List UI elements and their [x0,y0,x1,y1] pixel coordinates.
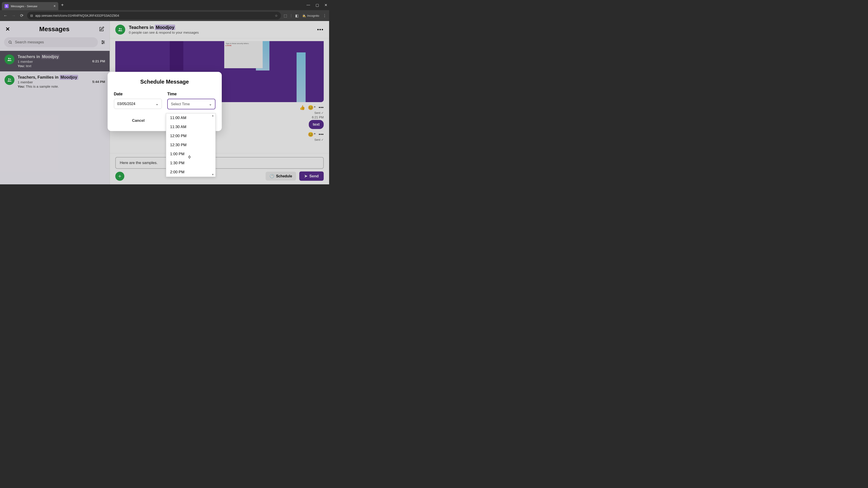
window-controls: — ▢ ✕ [307,3,327,7]
browser-tab[interactable]: S Messages - Seesaw × [2,2,58,10]
tab-close-icon[interactable]: × [54,4,56,8]
time-dropdown: ▲ 11:00 AM 11:30 AM 12:00 PM 12:30 PM 1:… [166,113,216,177]
url-text: app.seesaw.me/c/conv.01HR4FNQSKJRF4332PS… [35,14,119,18]
tab-title: Messages - Seesaw [11,4,51,8]
modal-overlay[interactable]: Schedule Message Date 03/05/2024 ⌄ Time … [0,21,329,184]
forward-button[interactable]: → [11,13,16,18]
time-option[interactable]: 11:00 AM [166,113,215,123]
extensions-icon[interactable]: ⬚ [284,13,287,18]
time-option[interactable]: 2:00 PM [166,168,215,177]
time-option[interactable]: 12:00 PM [166,131,215,140]
incognito-indicator[interactable]: 🕵 Incognito [302,14,319,18]
address-bar[interactable]: ⊟ app.seesaw.me/c/conv.01HR4FNQSKJRF4332… [27,12,281,20]
time-select[interactable]: Select Time ⌄ [167,99,215,109]
sidepanel-icon[interactable]: ◧ [295,13,299,18]
browser-menu-icon[interactable]: ⋮ [323,13,327,18]
minimize-icon[interactable]: — [307,3,310,7]
schedule-message-modal: Schedule Message Date 03/05/2024 ⌄ Time … [107,72,222,131]
date-select[interactable]: 03/05/2024 ⌄ [114,99,162,109]
bookmark-icon[interactable]: ☆ [275,14,278,18]
time-label: Time [167,92,215,96]
browser-toolbar: ← → ⟳ ⊟ app.seesaw.me/c/conv.01HR4FNQSKJ… [0,10,329,21]
reload-button[interactable]: ⟳ [19,13,24,18]
cancel-button[interactable]: Cancel [114,116,163,126]
maximize-icon[interactable]: ▢ [315,3,319,7]
date-label: Date [114,92,162,96]
seesaw-favicon: S [4,4,8,8]
modal-title: Schedule Message [114,78,215,85]
back-button[interactable]: ← [3,13,8,18]
site-settings-icon[interactable]: ⊟ [30,14,33,18]
browser-tab-bar: S Messages - Seesaw × + — ▢ ✕ [0,0,329,10]
new-tab-button[interactable]: + [61,2,64,8]
time-option[interactable]: 11:30 AM [166,123,215,131]
time-option[interactable]: 1:30 PM [166,159,215,168]
time-option[interactable]: 1:00 PM [166,150,215,159]
scroll-up-arrow[interactable]: ▲ [212,114,214,117]
time-option[interactable]: 12:30 PM [166,140,215,150]
chevron-down-icon: ⌄ [209,102,212,106]
chevron-down-icon: ⌄ [156,102,158,106]
incognito-icon: 🕵 [302,14,306,18]
close-window-icon[interactable]: ✕ [324,3,327,7]
scroll-down-arrow[interactable]: ▼ [212,173,214,176]
